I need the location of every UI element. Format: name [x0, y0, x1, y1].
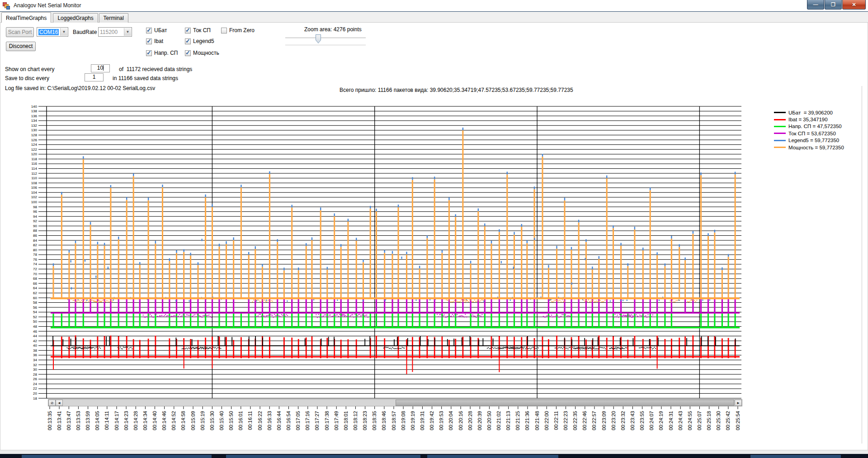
- checkbox-legend5[interactable]: Legend5: [185, 38, 214, 44]
- svg-text:22: 22: [33, 386, 37, 391]
- close-icon: ✕: [852, 2, 856, 8]
- saved-strings-label: in 11166 saved data strings: [113, 75, 178, 81]
- checkbox-label: From Zero: [229, 27, 255, 33]
- chart-hscrollbar[interactable]: ⊘ ◄ ►: [48, 399, 742, 406]
- svg-text:140: 140: [31, 105, 38, 109]
- checkbox-мощность[interactable]: Мощность: [185, 50, 219, 56]
- scroll-left-button[interactable]: ◄: [56, 400, 63, 406]
- chart-legend: UБат = 39,906200Ibat = 35,347190Напр. СП…: [774, 109, 844, 151]
- chart[interactable]: 1401381361341321301281261241221201181161…: [26, 103, 750, 443]
- scroll-right-button[interactable]: ►: [735, 400, 742, 406]
- svg-text:58: 58: [33, 301, 37, 305]
- checkbox-checked-icon: [146, 38, 152, 44]
- svg-text:00:15:40: 00:15:40: [219, 411, 224, 430]
- svg-text:102: 102: [31, 195, 38, 199]
- app-window: { "window": { "title": "Analogov Net Ser…: [0, 0, 868, 458]
- zoom-slider-track[interactable]: [285, 38, 366, 38]
- checkbox-label: Ток СП: [193, 27, 211, 33]
- checkbox-label: Ibat: [154, 38, 163, 44]
- svg-text:00:23:20: 00:23:20: [611, 411, 616, 430]
- save-every-input[interactable]: 1: [85, 73, 104, 81]
- disconnect-button[interactable]: Disconect: [6, 42, 36, 51]
- svg-text:00:17:16: 00:17:16: [305, 411, 310, 430]
- tab-terminal[interactable]: Terminal: [99, 13, 128, 23]
- taskbar-segment: [750, 455, 841, 458]
- checkbox-uбат[interactable]: UБат: [146, 27, 167, 33]
- checkbox-ток-сп[interactable]: Ток СП: [185, 27, 211, 33]
- maximize-button[interactable]: ❐: [825, 0, 842, 10]
- checkbox-from-zero[interactable]: From Zero: [221, 27, 255, 33]
- svg-text:00:19:53: 00:19:53: [439, 411, 444, 430]
- scroll-lock-button[interactable]: ⊘: [48, 400, 56, 406]
- svg-text:00:17:27: 00:17:27: [314, 411, 320, 430]
- svg-text:00:19:19: 00:19:19: [410, 411, 415, 430]
- checkbox-label: UБат: [154, 27, 167, 33]
- svg-text:00:14:58: 00:14:58: [180, 411, 186, 430]
- svg-text:00:19:42: 00:19:42: [429, 411, 434, 430]
- svg-text:40: 40: [33, 344, 37, 348]
- svg-text:136: 136: [31, 114, 38, 118]
- checkbox-напр-сп[interactable]: Напр. СП: [146, 50, 178, 56]
- svg-text:00:17:05: 00:17:05: [295, 411, 301, 430]
- svg-text:88: 88: [33, 229, 37, 233]
- svg-text:00:24:31: 00:24:31: [668, 411, 674, 430]
- close-button[interactable]: ✕: [842, 0, 866, 10]
- zoom-slider-thumb[interactable]: [316, 34, 321, 43]
- svg-text:00:13:59: 00:13:59: [85, 411, 90, 430]
- tab-realtimegraphs[interactable]: RealTimeGraphs: [1, 12, 51, 23]
- checkbox-ibat[interactable]: Ibat: [146, 38, 163, 44]
- legend-item: Напр. СП = 47,572350: [774, 123, 844, 130]
- svg-text:00:18:46: 00:18:46: [381, 411, 387, 430]
- legend-label: Ibat = 35,347190: [788, 117, 828, 122]
- svg-text:00:16:44: 00:16:44: [276, 411, 282, 430]
- com-port-select[interactable]: COM16 ▼: [37, 27, 68, 37]
- svg-text:00:23:09: 00:23:09: [601, 411, 607, 430]
- window-title: Analogov Net Serial Monitor: [14, 2, 81, 9]
- svg-text:00:18:23: 00:18:23: [362, 411, 368, 430]
- svg-text:00:13:35: 00:13:35: [47, 411, 52, 430]
- svg-text:00:16:01: 00:16:01: [238, 411, 243, 430]
- maximize-icon: ❐: [831, 2, 835, 8]
- chart-svg[interactable]: 1401381361341321301281261241221201181161…: [26, 103, 750, 443]
- show-every-input[interactable]: 10: [91, 64, 110, 72]
- scan-port-button[interactable]: Scan Port: [6, 27, 34, 37]
- svg-text:100: 100: [31, 200, 38, 204]
- svg-text:00:14:05: 00:14:05: [94, 411, 100, 430]
- svg-text:34: 34: [33, 358, 37, 362]
- svg-text:70: 70: [33, 272, 37, 276]
- taskbar-edge: [0, 454, 868, 458]
- svg-text:00:15:50: 00:15:50: [228, 411, 234, 430]
- svg-text:00:25:30: 00:25:30: [716, 411, 721, 430]
- scroll-lock-icon: ⊘: [51, 401, 54, 405]
- tab-loggedgraphs[interactable]: LoggedGraphs: [53, 13, 98, 23]
- baudrate-select[interactable]: 115200 ▼: [98, 27, 132, 37]
- scrollbar-track[interactable]: [63, 400, 735, 406]
- svg-text:94: 94: [33, 215, 37, 219]
- svg-text:44: 44: [33, 334, 37, 338]
- legend-line-swatch: [774, 147, 786, 148]
- svg-text:00:14:28: 00:14:28: [133, 411, 138, 430]
- svg-text:46: 46: [33, 329, 37, 334]
- text-caret: [103, 65, 104, 71]
- svg-text:00:22:35: 00:22:35: [572, 411, 578, 430]
- svg-text:00:18:01: 00:18:01: [343, 411, 349, 430]
- checkbox-label: Напр. СП: [154, 50, 178, 56]
- chevron-down-icon: ▼: [60, 28, 67, 36]
- svg-text:00:16:33: 00:16:33: [267, 411, 272, 430]
- svg-text:96: 96: [33, 210, 37, 214]
- svg-text:00:24:19: 00:24:19: [658, 411, 664, 430]
- scrollbar-thumb[interactable]: [396, 400, 734, 406]
- tab-strip: RealTimeGraphsLoggedGraphsTerminal: [0, 12, 868, 23]
- chevron-down-icon: ▼: [124, 28, 131, 36]
- save-to-disc-label: Save to disc every: [5, 75, 49, 81]
- minimize-button[interactable]: —: [807, 0, 824, 10]
- svg-text:126: 126: [31, 138, 38, 142]
- svg-text:60: 60: [33, 296, 37, 300]
- svg-text:00:21:02: 00:21:02: [496, 411, 501, 430]
- svg-text:122: 122: [31, 148, 38, 152]
- svg-text:110: 110: [31, 176, 37, 180]
- baudrate-label: BaudRate: [73, 29, 97, 35]
- svg-text:114: 114: [31, 167, 37, 171]
- checkbox-checked-icon: [146, 28, 152, 33]
- svg-text:38: 38: [33, 348, 37, 353]
